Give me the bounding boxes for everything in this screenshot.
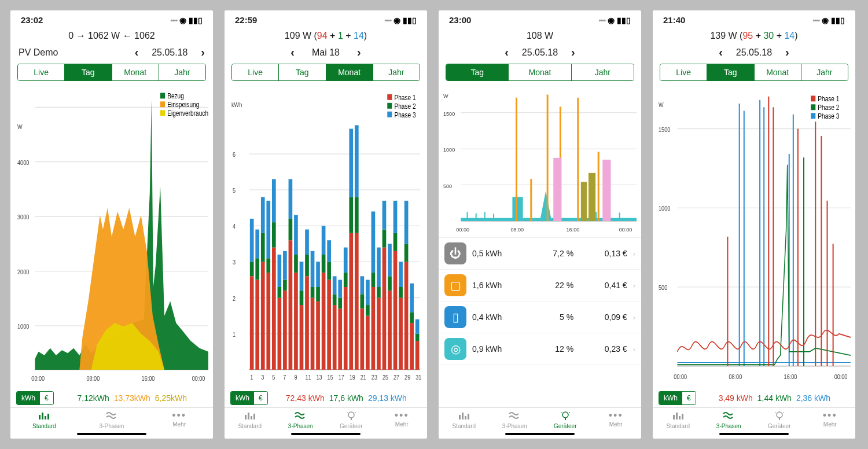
chart-area[interactable]: 500 1000 1500 W xyxy=(443,86,637,236)
tab-3-phasen[interactable]: 3-Phasen xyxy=(490,410,540,429)
unit-toggle[interactable]: kWh€ xyxy=(230,391,268,405)
unit-€[interactable]: € xyxy=(40,392,53,404)
tab-standard[interactable]: Standard xyxy=(10,410,78,429)
svg-rect-92 xyxy=(344,248,348,273)
segment-tag[interactable]: Tag xyxy=(446,64,509,80)
segment-jahr[interactable]: Jahr xyxy=(373,64,420,80)
chart-area[interactable]: 500 1000 1500 W xyxy=(657,86,851,388)
svg-text:08:00: 08:00 xyxy=(510,227,524,233)
svg-text:5: 5 xyxy=(272,374,275,381)
home-indicator[interactable] xyxy=(291,433,361,435)
segment-live[interactable]: Live xyxy=(232,64,279,80)
range-segmented[interactable]: LiveTagMonatJahr xyxy=(17,64,206,81)
unit-toggle[interactable]: kWh€ xyxy=(16,391,54,405)
range-segmented[interactable]: LiveTagMonatJahr xyxy=(231,64,420,81)
chart-area[interactable]: 1000 2000 3000 4000 W 00:00 08:00 16:00 … xyxy=(15,86,208,388)
tab-3-phasen[interactable]: 3-Phasen xyxy=(704,410,755,429)
segment-monat[interactable]: Monat xyxy=(326,64,373,80)
range-segmented[interactable]: LiveTagMonatJahr xyxy=(660,64,848,81)
segment-live[interactable]: Live xyxy=(660,64,707,80)
prev-date-button[interactable]: ‹ xyxy=(501,46,512,59)
total-value: 6,25kWh xyxy=(155,393,187,403)
device-row[interactable]: ⏻ 0,5 kWh 7,2 % 0,13 € › xyxy=(439,238,641,270)
chart-area[interactable]: kWh 123456135791113151719212325272931Pha… xyxy=(229,86,422,388)
prev-date-button[interactable]: ‹ xyxy=(715,46,726,59)
segment-live[interactable]: Live xyxy=(18,64,65,80)
segment-jahr[interactable]: Jahr xyxy=(801,64,848,80)
power-summary: 139 W (95 + 30 + 14) xyxy=(653,27,855,45)
svg-text:2: 2 xyxy=(233,295,236,302)
device-row[interactable]: ▢ 1,6 kWh 22 % 0,41 € › xyxy=(439,270,641,301)
svg-text:Einspeisung: Einspeisung xyxy=(167,101,199,108)
segment-jahr[interactable]: Jahr xyxy=(159,64,205,80)
tab-standard[interactable]: Standard xyxy=(225,410,275,429)
svg-rect-111 xyxy=(382,248,387,370)
home-indicator[interactable] xyxy=(719,433,789,435)
unit-toggle[interactable]: kWh€ xyxy=(659,391,696,405)
segment-jahr[interactable]: Jahr xyxy=(572,64,634,80)
segment-monat[interactable]: Monat xyxy=(112,64,159,80)
unit-€[interactable]: € xyxy=(254,392,267,404)
unit-kWh[interactable]: kWh xyxy=(231,392,254,404)
prev-date-button[interactable]: ‹ xyxy=(287,46,298,59)
statusbar: 22:59 •••• ◉ ▮▮▯ xyxy=(225,10,427,27)
tab-3-phasen[interactable]: 3-Phasen xyxy=(78,410,146,429)
svg-text:7: 7 xyxy=(283,374,286,381)
total-value: 7,12kWh xyxy=(78,393,109,403)
svg-rect-233 xyxy=(673,415,675,419)
segment-tag[interactable]: Tag xyxy=(279,64,326,80)
svg-point-237 xyxy=(777,412,782,418)
tab-standard[interactable]: Standard xyxy=(439,410,490,429)
svg-point-196 xyxy=(562,412,568,418)
svg-text:W: W xyxy=(17,123,23,130)
tab-geräteer[interactable]: Geräteer xyxy=(754,410,805,429)
svg-text:W: W xyxy=(443,93,448,99)
tab-standard[interactable]: Standard xyxy=(653,410,704,429)
tab-mehr[interactable]: •••Mehr xyxy=(145,410,213,429)
svg-rect-62 xyxy=(289,179,293,219)
segment-tag[interactable]: Tag xyxy=(707,64,754,80)
svg-rect-87 xyxy=(338,308,342,370)
unit-€[interactable]: € xyxy=(682,392,696,404)
device-row[interactable]: ◎ 0,9 kWh 12 % 0,23 € › xyxy=(439,333,641,365)
clock: 21:40 xyxy=(663,15,685,25)
unit-kWh[interactable]: kWh xyxy=(659,392,682,404)
tab-geräteer[interactable]: Geräteer xyxy=(326,410,377,429)
range-segmented[interactable]: TagMonatJahr xyxy=(446,64,634,81)
svg-rect-152 xyxy=(387,112,392,117)
svg-rect-88 xyxy=(338,298,342,309)
next-date-button[interactable]: › xyxy=(354,46,365,59)
svg-rect-24 xyxy=(47,414,49,419)
tab-mehr[interactable]: •••Mehr xyxy=(377,410,428,429)
prev-date-button[interactable]: ‹ xyxy=(131,46,142,59)
home-indicator[interactable] xyxy=(505,433,575,435)
segment-monat[interactable]: Monat xyxy=(755,64,801,80)
tab-geräteer[interactable]: Geräteer xyxy=(540,410,591,429)
svg-rect-53 xyxy=(272,179,276,223)
next-date-button[interactable]: › xyxy=(568,46,579,59)
total-value: 2,36 kWh xyxy=(796,393,830,403)
segment-monat[interactable]: Monat xyxy=(509,64,571,80)
waves-icon xyxy=(294,410,307,422)
next-date-button[interactable]: › xyxy=(197,46,213,59)
screen-tag-phasen: 21:40 •••• ◉ ▮▮▯ 139 W (95 + 30 + 14) ‹ … xyxy=(653,10,855,439)
dataset-label[interactable]: PV Demo xyxy=(10,47,58,58)
svg-rect-148 xyxy=(387,94,392,100)
tab-mehr[interactable]: •••Mehr xyxy=(591,410,642,429)
svg-rect-173 xyxy=(493,214,494,221)
segment-tag[interactable]: Tag xyxy=(65,64,112,80)
svg-rect-59 xyxy=(283,251,287,280)
home-indicator[interactable] xyxy=(77,433,146,435)
svg-text:Bezug: Bezug xyxy=(167,92,184,100)
tabbar: Standard3-Phasen•••Mehr xyxy=(10,407,213,430)
unit-kWh[interactable]: kWh xyxy=(17,392,40,404)
svg-rect-227 xyxy=(811,95,815,101)
svg-rect-105 xyxy=(372,287,376,370)
tabbar: Standard3-PhasenGeräteer•••Mehr xyxy=(439,407,641,430)
tab-3-phasen[interactable]: 3-Phasen xyxy=(275,410,326,429)
next-date-button[interactable]: › xyxy=(782,46,793,59)
tab-mehr[interactable]: •••Mehr xyxy=(805,410,856,429)
total-value: 1,44 kWh xyxy=(757,393,792,403)
svg-rect-78 xyxy=(322,273,326,370)
device-row[interactable]: ▯ 0,4 kWh 5 % 0,09 € › xyxy=(439,301,641,333)
